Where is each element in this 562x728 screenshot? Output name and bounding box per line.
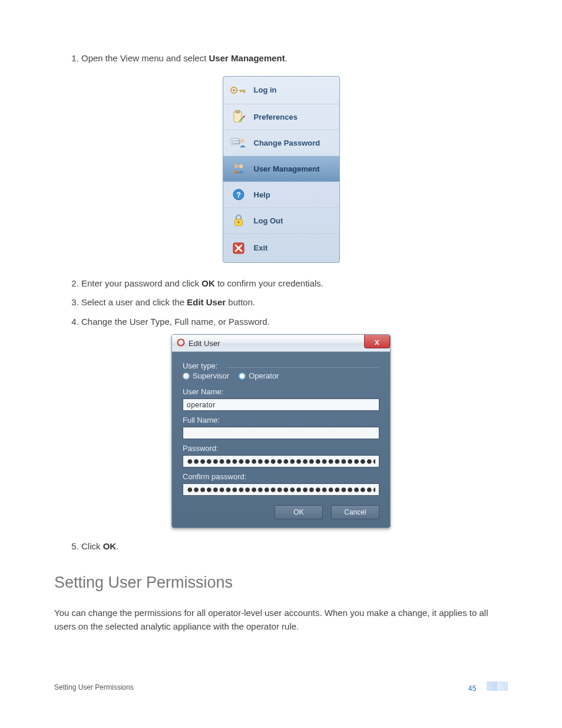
step-2-bold: OK (201, 278, 215, 288)
password-label: Password: (183, 444, 379, 453)
close-icon: x (375, 337, 379, 346)
key-icon (223, 84, 254, 96)
radio-dot-filled-icon (183, 373, 190, 380)
username-label: User Name: (183, 387, 379, 396)
svg-point-13 (237, 222, 239, 223)
radio-supervisor[interactable]: Supervisor (183, 371, 229, 380)
cancel-button[interactable]: Cancel (331, 505, 379, 519)
menu-item-label: Log in (254, 85, 277, 94)
step-1: Open the View menu and select User Manag… (81, 52, 508, 65)
step-5: Click OK. (81, 540, 508, 554)
svg-point-1 (233, 89, 234, 91)
step-5-text-a: Click (81, 541, 103, 551)
step-3-text-c: button. (226, 297, 255, 307)
fullname-field[interactable] (183, 427, 379, 439)
radio-operator[interactable]: Operator (239, 371, 279, 380)
users-icon (223, 162, 254, 176)
lock-icon (223, 213, 254, 228)
svg-point-7 (240, 139, 244, 143)
clipboard-icon (223, 109, 254, 124)
radio-operator-label: Operator (249, 371, 279, 380)
edit-user-dialog: Edit User x User type: Supervisor Operat… (171, 334, 391, 528)
menu-item-preferences[interactable]: Preferences (223, 104, 339, 130)
menu-item-user-management[interactable]: User Management (223, 156, 339, 182)
menu-item-help[interactable]: ? Help (223, 182, 339, 207)
svg-text:Password: Password (232, 142, 240, 144)
username-field[interactable] (183, 398, 379, 411)
step-2-text-c: to confirm your credentials. (215, 278, 323, 288)
menu-item-label: Help (254, 190, 270, 199)
menu-item-label: Exit (254, 243, 268, 252)
step-3: Select a user and click the Edit User bu… (81, 296, 508, 309)
fullname-label: Full Name: (183, 416, 379, 424)
dialog-titlebar: Edit User x (172, 335, 390, 352)
view-menu: Log in Preferences UserNa (223, 76, 340, 263)
menu-item-label: Change Password (254, 139, 320, 147)
confirm-password-label: Confirm password: (183, 472, 379, 481)
menu-item-change-password[interactable]: UserName Password Change Password (223, 130, 339, 156)
step-4: Change the User Type, Full name, or Pass… (81, 315, 508, 329)
step-4-text: Change the User Type, Full name, or Pass… (81, 317, 270, 327)
svg-point-15 (178, 339, 184, 345)
step-2-text-a: Enter your password and click (81, 278, 201, 288)
radio-supervisor-label: Supervisor (193, 371, 229, 380)
svg-rect-3 (236, 111, 240, 113)
dialog-title-text: Edit User (189, 339, 220, 348)
menu-item-label: User Management (254, 164, 320, 173)
section-paragraph: You can change the permissions for all o… (54, 606, 508, 634)
footer-swatch-icon (487, 681, 508, 691)
section-heading: Setting User Permissions (54, 574, 508, 592)
user-type-label: User type: (183, 361, 217, 370)
menu-item-login[interactable]: Log in (223, 77, 339, 104)
close-button[interactable]: x (364, 335, 390, 348)
user-card-icon: UserName Password (223, 136, 254, 150)
step-5-text-c: . (116, 541, 118, 551)
footer-title: Setting User Permissions (54, 683, 134, 691)
step-1-text-a: Open the View menu and select (81, 53, 209, 63)
menu-item-exit[interactable]: Exit (223, 233, 339, 262)
page-number: 45 (468, 684, 477, 693)
confirm-password-field[interactable] (183, 483, 379, 496)
menu-item-label: Log Out (254, 216, 283, 225)
step-2: Enter your password and click OK to conf… (81, 277, 508, 291)
exit-icon (223, 242, 254, 255)
page-footer: Setting User Permissions 45 (54, 681, 508, 693)
step-1-bold: User Management (209, 53, 285, 63)
menu-item-label: Preferences (254, 113, 297, 121)
step-3-text-a: Select a user and click the (81, 297, 187, 307)
menu-item-logout[interactable]: Log Out (223, 207, 339, 233)
step-1-text-c: . (285, 53, 287, 63)
step-3-bold: Edit User (187, 297, 226, 307)
ok-button[interactable]: OK (275, 505, 323, 519)
svg-text:?: ? (236, 190, 241, 199)
svg-point-9 (239, 164, 243, 169)
help-icon: ? (223, 188, 254, 201)
app-icon (177, 338, 185, 348)
step-5-bold: OK (103, 541, 117, 551)
svg-point-8 (234, 164, 238, 169)
radio-dot-open-icon (239, 373, 246, 380)
password-field[interactable] (183, 455, 379, 467)
